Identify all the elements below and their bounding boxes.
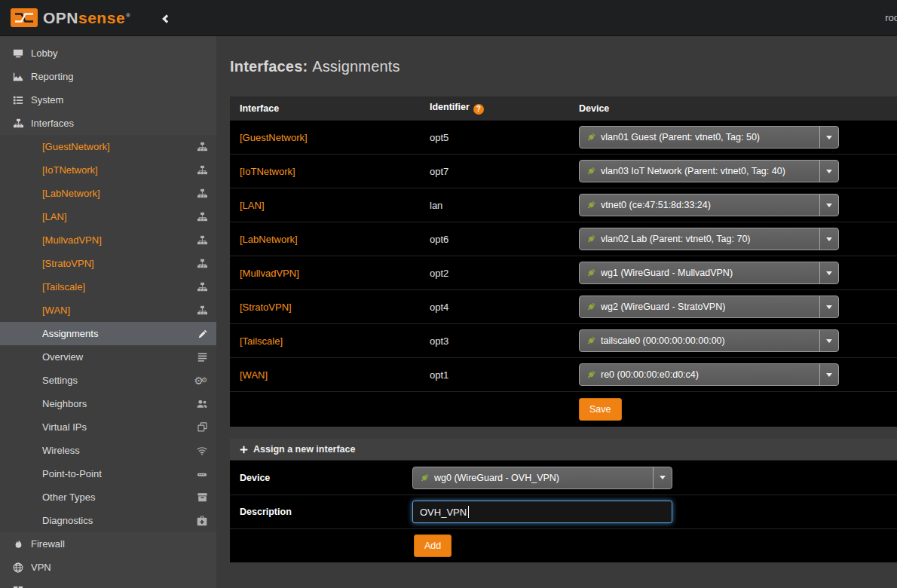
interface-link[interactable]: [WAN] xyxy=(240,369,268,381)
sidebar-item-labnetwork[interactable]: [LabNetwork] xyxy=(0,182,216,205)
column-header-device: Device xyxy=(569,103,897,114)
interface-link[interactable]: [MullvadVPN] xyxy=(240,268,299,279)
copy-icon xyxy=(194,422,207,432)
description-input-value: OVH_VPN xyxy=(420,507,467,518)
sidebar-item-point-to-point[interactable]: Point-to-Point xyxy=(0,462,216,485)
identifier-value: opt7 xyxy=(420,166,569,177)
sitemap-icon xyxy=(194,282,207,292)
description-input[interactable]: OVH_VPN xyxy=(412,501,672,523)
sidebar-item-system[interactable]: System xyxy=(0,88,216,112)
sidebar-item-label: Overview xyxy=(42,351,194,363)
sidebar-item-lan[interactable]: [LAN] xyxy=(0,205,216,228)
wifi-icon xyxy=(194,446,207,456)
new-device-select[interactable]: wg0 (WireGuard - OVH_VPN) xyxy=(412,467,672,489)
sidebar-item-wan[interactable]: [WAN] xyxy=(0,299,216,322)
column-header-identifier: Identifier? xyxy=(420,102,569,115)
sidebar-item-partial[interactable] xyxy=(0,579,216,588)
sidebar-item-tailscale[interactable]: [Tailscale] xyxy=(0,275,216,299)
device-select[interactable]: re0 (00:00:00:e0:d0:c4) xyxy=(579,363,839,386)
interface-link[interactable]: [LabNetwork] xyxy=(240,234,298,245)
opnsense-app: OPNsense® roo LobbyReportingSystemInterf… xyxy=(0,0,897,588)
plug-icon xyxy=(586,268,596,278)
device-select[interactable]: vlan01 Guest (Parent: vtnet0, Tag: 50) xyxy=(579,126,839,149)
device-form-row: Device wg0 (WireGuard - OVH_VPN) xyxy=(230,461,897,495)
sitemap-icon xyxy=(194,235,207,245)
medkit-icon xyxy=(194,516,207,526)
plug-icon xyxy=(586,200,596,210)
caret-down-icon xyxy=(819,228,838,250)
sidebar-item-overview[interactable]: Overview xyxy=(0,345,216,369)
sidebar-item-other-types[interactable]: Other Types xyxy=(0,485,216,509)
sidebar-item-label: System xyxy=(31,94,207,106)
assignment-row: [Tailscale]opt3tailscale0 (00:00:00:00:0… xyxy=(230,323,897,357)
modem-icon xyxy=(194,469,207,479)
interface-link[interactable]: [Tailscale] xyxy=(240,335,283,347)
sidebar-item-wireless[interactable]: Wireless xyxy=(0,439,216,462)
identifier-value: opt5 xyxy=(420,132,569,143)
sidebar-item-mullvadvpn[interactable]: [MullvadVPN] xyxy=(0,228,216,252)
sidebar-collapse-button[interactable] xyxy=(159,7,174,29)
caret-down-icon xyxy=(819,194,838,216)
device-select-value: re0 (00:00:00:e0:d0:c4) xyxy=(601,369,815,380)
interface-link[interactable]: [LAN] xyxy=(240,200,265,211)
identifier-value: opt6 xyxy=(420,234,569,245)
sidebar-item-label: Firewall xyxy=(31,538,207,550)
top-bar: OPNsense® roo xyxy=(0,0,897,36)
sidebar-item-settings[interactable]: Settings⚙⚙ xyxy=(0,369,216,392)
sidebar-item-guestnetwork[interactable]: [GuestNetwork] xyxy=(0,135,216,158)
sidebar-item-interfaces[interactable]: Interfaces xyxy=(0,112,216,135)
sidebar-item-neighbors[interactable]: Neighbors xyxy=(0,392,216,415)
save-button[interactable]: Save xyxy=(579,398,622,421)
sidebar-item-label: [LAN] xyxy=(42,211,194,222)
interface-link[interactable]: [IoTNetwork] xyxy=(240,166,295,177)
content-area: Interface Identifier? Device [GuestNetwo… xyxy=(230,96,897,562)
device-select[interactable]: tailscale0 (00:00:00:00:00:00) xyxy=(579,329,839,352)
sidebar-item-lobby[interactable]: Lobby xyxy=(0,41,216,65)
help-icon[interactable]: ? xyxy=(473,104,484,115)
sidebar-item-reporting[interactable]: Reporting xyxy=(0,65,216,88)
device-select[interactable]: vlan02 Lab (Parent: vtnet0, Tag: 70) xyxy=(579,228,839,250)
assignment-row: [GuestNetwork]opt5vlan01 Guest (Parent: … xyxy=(230,120,897,154)
sitemap-icon xyxy=(194,305,207,315)
sidebar-item-assignments[interactable]: Assignments xyxy=(0,322,216,345)
device-select[interactable]: wg1 (WireGuard - MullvadVPN) xyxy=(579,262,839,284)
sidebar-item-label: [GuestNetwork] xyxy=(42,141,194,152)
sidebar-item-firewall[interactable]: Firewall xyxy=(0,532,216,556)
sidebar-item-diagnostics[interactable]: Diagnostics xyxy=(0,509,216,532)
pencil-icon xyxy=(194,329,207,338)
sidebar-item-virtual-ips[interactable]: Virtual IPs xyxy=(0,415,216,439)
identifier-value: lan xyxy=(420,200,569,211)
caret-down-icon xyxy=(819,262,838,283)
sidebar-item-iotnetwork[interactable]: [IoTNetwork] xyxy=(0,158,216,182)
page-header: Interfaces: Assignments xyxy=(216,36,897,96)
assign-new-interface-header: Assign a new interface xyxy=(230,439,897,461)
users-icon xyxy=(194,399,207,409)
plug-icon xyxy=(586,369,596,380)
caret-down-icon xyxy=(653,467,672,488)
sidebar-item-vpn[interactable]: VPN xyxy=(0,556,216,579)
main-content: Interfaces: Assignments Interface Identi… xyxy=(216,36,897,588)
interface-link[interactable]: [StratoVPN] xyxy=(240,302,292,313)
interface-link[interactable]: [GuestNetwork] xyxy=(240,132,308,143)
logo-text: OPNsense® xyxy=(43,10,130,26)
sitemap-icon xyxy=(194,212,207,222)
opnsense-logo[interactable]: OPNsense® xyxy=(11,8,130,27)
add-button[interactable]: Add xyxy=(414,534,452,557)
identifier-value: opt4 xyxy=(420,302,569,313)
device-select[interactable]: vlan03 IoT Network (Parent: vtnet0, Tag:… xyxy=(579,160,839,182)
table-header-row: Interface Identifier? Device xyxy=(230,96,897,120)
device-select-value: wg0 (WireGuard - OVH_VPN) xyxy=(434,473,648,483)
sitemap-icon xyxy=(194,188,207,198)
sidebar-item-label: Point-to-Point xyxy=(42,468,194,479)
sidebar-item-stratovpn[interactable]: [StratoVPN] xyxy=(0,252,216,275)
assignment-row: [MullvadVPN]opt2wg1 (WireGuard - Mullvad… xyxy=(230,256,897,289)
sidebar-item-label: [Tailscale] xyxy=(42,281,194,292)
device-select-value: wg2 (WireGuard - StratoVPN) xyxy=(601,302,815,312)
save-row: Save xyxy=(230,391,897,427)
user-menu-label[interactable]: roo xyxy=(885,12,897,23)
identifier-value: opt1 xyxy=(420,369,569,381)
device-select[interactable]: wg2 (WireGuard - StratoVPN) xyxy=(579,296,839,318)
device-select[interactable]: vtnet0 (ce:47:51:8d:33:24) xyxy=(579,194,839,216)
text-cursor xyxy=(468,506,469,518)
caret-down-icon xyxy=(819,330,838,351)
